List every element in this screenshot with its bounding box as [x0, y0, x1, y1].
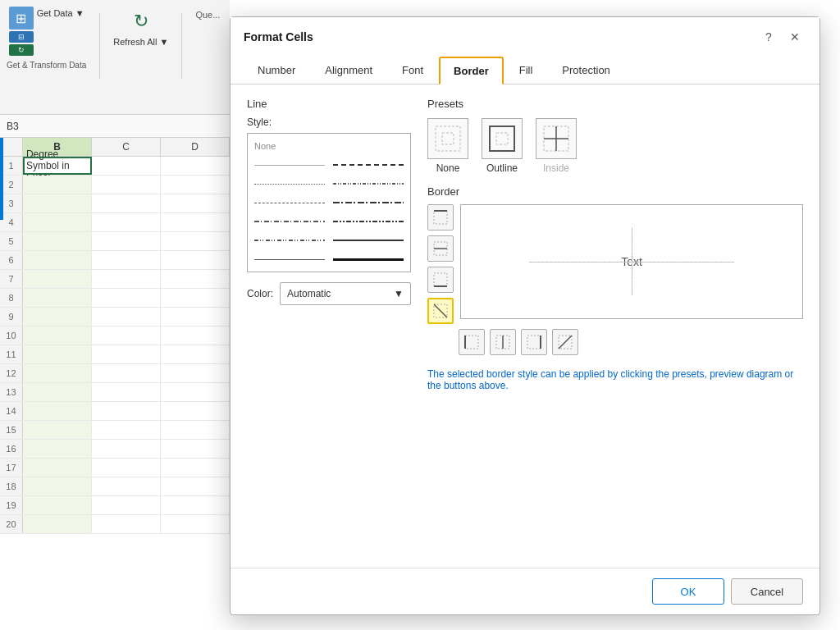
border-btn-diag-reverse[interactable]: [552, 329, 578, 355]
tab-alignment[interactable]: Alignment: [311, 57, 386, 84]
cell-c4[interactable]: [92, 213, 161, 231]
cell-d16[interactable]: [161, 440, 230, 458]
cell-c13[interactable]: [92, 383, 161, 401]
border-btn-middle-v[interactable]: [490, 329, 516, 355]
cell-b1[interactable]: Degree Symbol in Excel: [23, 157, 92, 175]
cell-b7[interactable]: [23, 270, 92, 288]
tab-fill[interactable]: Fill: [505, 57, 547, 84]
cell-d8[interactable]: [161, 289, 230, 307]
line-dotted[interactable]: [253, 176, 326, 191]
cell-c14[interactable]: [92, 402, 161, 420]
border-btn-left[interactable]: [459, 329, 485, 355]
refresh-all-label[interactable]: Refresh All ▼: [113, 37, 168, 47]
cell-b12[interactable]: [23, 364, 92, 382]
line-medium-dashed[interactable]: [331, 158, 405, 172]
border-btn-top[interactable]: [427, 204, 454, 231]
line-slant-dash[interactable]: [331, 176, 405, 191]
tab-font[interactable]: Font: [388, 57, 437, 84]
cell-c17[interactable]: [92, 459, 161, 477]
cell-b13[interactable]: [23, 383, 92, 401]
cell-d14[interactable]: [161, 402, 230, 420]
tab-number[interactable]: Number: [244, 57, 309, 84]
line-medium[interactable]: [331, 233, 405, 248]
border-btn-bottom[interactable]: [427, 267, 454, 293]
line-hair[interactable]: [253, 158, 326, 172]
cell-d15[interactable]: [161, 421, 230, 439]
refresh-icon[interactable]: ↻: [127, 7, 155, 36]
cell-c10[interactable]: [92, 326, 161, 345]
cell-b18[interactable]: [23, 477, 92, 495]
ok-button[interactable]: OK: [652, 578, 724, 605]
cell-d1[interactable]: [161, 157, 230, 175]
cell-c7[interactable]: [92, 270, 161, 288]
border-btn-right[interactable]: [521, 329, 547, 355]
line-dash-dot[interactable]: [253, 214, 326, 229]
line-dash-dot-dot[interactable]: [253, 233, 326, 248]
cell-c2[interactable]: [92, 176, 161, 194]
cell-c3[interactable]: [92, 194, 161, 212]
cell-d4[interactable]: [161, 213, 230, 231]
cell-c6[interactable]: [92, 251, 161, 269]
cell-b8[interactable]: [23, 289, 92, 307]
cell-b9[interactable]: [23, 308, 92, 326]
cell-b19[interactable]: [23, 496, 92, 514]
col-header-d[interactable]: D: [161, 138, 230, 156]
cell-d7[interactable]: [161, 270, 230, 288]
cell-d3[interactable]: [161, 194, 230, 212]
cell-d13[interactable]: [161, 383, 230, 401]
cell-b2[interactable]: [23, 176, 92, 194]
cell-d5[interactable]: [161, 232, 230, 250]
cell-d18[interactable]: [161, 477, 230, 495]
cell-c9[interactable]: [92, 308, 161, 326]
cell-b20[interactable]: [23, 515, 92, 533]
cell-d11[interactable]: [161, 345, 230, 363]
cell-d12[interactable]: [161, 364, 230, 382]
get-data-label[interactable]: Get Data ▼: [37, 8, 84, 18]
line-medium-dash-dot[interactable]: [331, 195, 405, 210]
line-thick[interactable]: [331, 252, 405, 267]
cell-c15[interactable]: [92, 421, 161, 439]
cell-d17[interactable]: [161, 459, 230, 477]
cell-c5[interactable]: [92, 232, 161, 250]
cell-b17[interactable]: [23, 459, 92, 477]
line-empty[interactable]: [331, 139, 405, 153]
cell-b10[interactable]: [23, 326, 92, 345]
color-dropdown[interactable]: Automatic ▼: [280, 282, 411, 305]
cell-c20[interactable]: [92, 515, 161, 533]
cell-c12[interactable]: [92, 364, 161, 382]
preset-inside[interactable]: Inside: [536, 118, 577, 174]
cell-c16[interactable]: [92, 440, 161, 458]
cell-b4[interactable]: [23, 213, 92, 231]
cell-d6[interactable]: [161, 251, 230, 269]
cell-c11[interactable]: [92, 345, 161, 363]
cell-c8[interactable]: [92, 289, 161, 307]
close-button[interactable]: ✕: [783, 25, 806, 48]
cell-b3[interactable]: [23, 194, 92, 212]
help-button[interactable]: ?: [757, 25, 780, 48]
cell-d9[interactable]: [161, 308, 230, 326]
cell-b16[interactable]: [23, 440, 92, 458]
border-btn-middle-h[interactable]: [427, 235, 454, 262]
line-dashed[interactable]: [253, 195, 326, 210]
line-thin[interactable]: [253, 252, 326, 267]
border-btn-diagonal[interactable]: [427, 298, 454, 324]
cell-d20[interactable]: [161, 515, 230, 533]
preset-none[interactable]: None: [427, 118, 468, 174]
cell-c19[interactable]: [92, 496, 161, 514]
tab-protection[interactable]: Protection: [548, 57, 624, 84]
line-medium-dash-dot-dot[interactable]: [331, 214, 405, 229]
preset-outline[interactable]: Outline: [482, 118, 523, 174]
cell-d2[interactable]: [161, 176, 230, 194]
cell-c1[interactable]: [92, 157, 161, 175]
cell-c18[interactable]: [92, 477, 161, 495]
cell-b5[interactable]: [23, 232, 92, 250]
cell-b11[interactable]: [23, 345, 92, 363]
col-header-c[interactable]: C: [92, 138, 161, 156]
cell-b6[interactable]: [23, 251, 92, 269]
cell-b14[interactable]: [23, 402, 92, 420]
cancel-button[interactable]: Cancel: [731, 578, 803, 605]
tab-border[interactable]: Border: [439, 57, 504, 84]
cell-d19[interactable]: [161, 496, 230, 514]
line-none[interactable]: None: [253, 139, 326, 153]
border-preview[interactable]: Text: [460, 204, 803, 319]
